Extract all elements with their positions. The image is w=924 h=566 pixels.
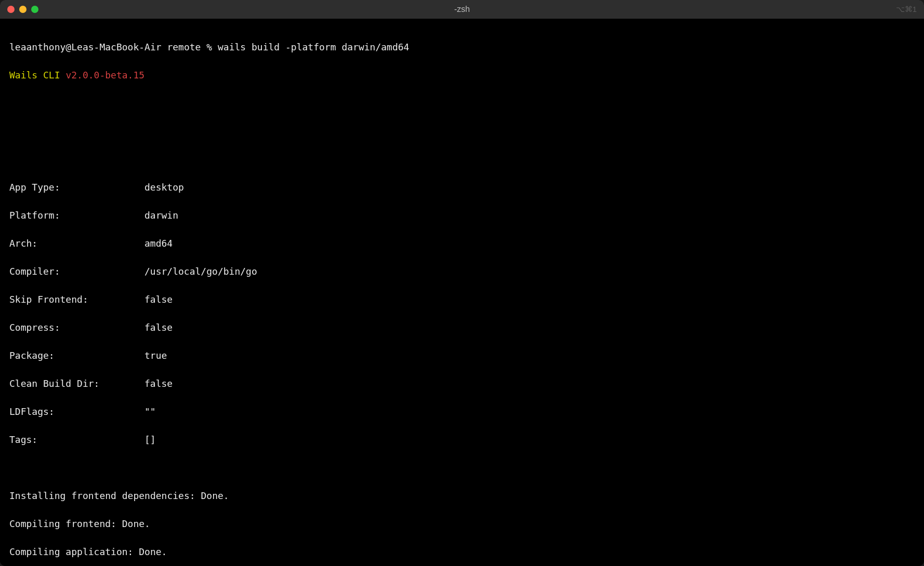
window-title: -zsh (454, 5, 470, 14)
terminal-window: -zsh ⌥⌘1 leaanthony@Leas-MacBook-Air rem… (0, 0, 924, 566)
wails-version: v2.0.0-beta.15 (65, 70, 144, 80)
minimize-button[interactable] (19, 6, 27, 13)
info-value: amd64 (144, 236, 173, 250)
info-row-apptype: App Type:desktop (9, 180, 915, 194)
info-value: "" (144, 405, 156, 419)
wails-header: Wails CLI v2.0.0-beta.15 (9, 68, 915, 82)
info-row-platform: Platform:darwin (9, 208, 915, 222)
info-row-ldflags: LDFlags:"" (9, 405, 915, 419)
info-value: [] (144, 433, 156, 447)
info-value: true (144, 348, 167, 362)
info-value: false (144, 376, 173, 390)
info-label: Clean Build Dir: (9, 376, 144, 390)
close-button[interactable] (7, 6, 15, 13)
info-label: Compress: (9, 320, 144, 334)
info-row-arch: Arch:amd64 (9, 236, 915, 250)
info-row-cleanbuild: Clean Build Dir:false (9, 376, 915, 390)
info-label: Tags: (9, 433, 144, 447)
info-value: false (144, 292, 173, 306)
info-row-skipfrontend: Skip Frontend:false (9, 292, 915, 306)
wails-cli-label: Wails CLI (9, 70, 65, 80)
traffic-lights (7, 6, 38, 13)
info-row-package: Package:true (9, 348, 915, 362)
maximize-button[interactable] (31, 6, 38, 13)
info-label: Arch: (9, 236, 144, 250)
info-value: darwin (144, 208, 178, 222)
terminal-content[interactable]: leaanthony@Leas-MacBook-Air remote % wai… (0, 19, 924, 566)
info-row-compress: Compress:false (9, 320, 915, 334)
info-row-tags: Tags:[] (9, 433, 915, 447)
title-bar: -zsh ⌥⌘1 (0, 0, 924, 19)
info-value: desktop (144, 180, 184, 194)
info-label: Platform: (9, 208, 144, 222)
info-label: Skip Frontend: (9, 292, 144, 306)
info-row-compiler: Compiler:/usr/local/go/bin/go (9, 264, 915, 278)
info-value: false (144, 320, 173, 334)
info-value: /usr/local/go/bin/go (144, 264, 257, 278)
info-label: App Type: (9, 180, 144, 194)
info-label: Package: (9, 348, 144, 362)
shortcut-indicator: ⌥⌘1 (896, 5, 917, 14)
step-line: Compiling frontend: Done. (9, 517, 915, 531)
info-label: LDFlags: (9, 405, 144, 419)
step-line: Installing frontend dependencies: Done. (9, 489, 915, 503)
step-line: Compiling application: Done. (9, 545, 915, 559)
prompt-line-1: leaanthony@Leas-MacBook-Air remote % wai… (9, 40, 915, 54)
info-label: Compiler: (9, 264, 144, 278)
